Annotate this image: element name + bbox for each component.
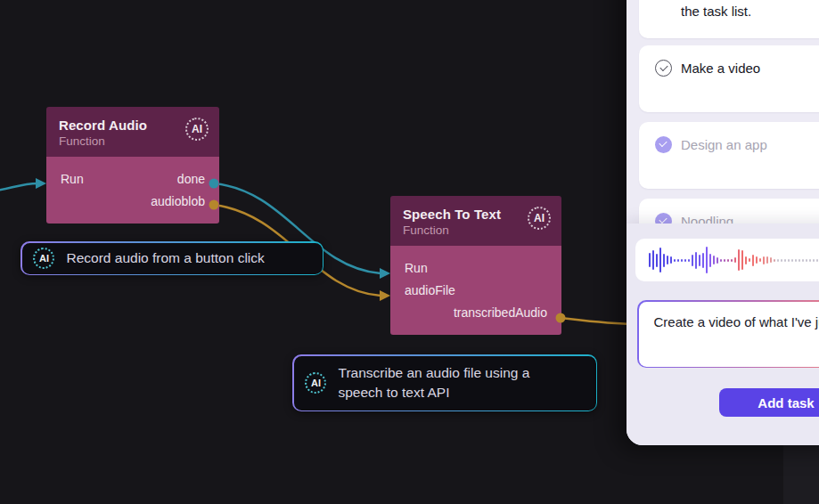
ai-caption-speech-to-text[interactable]: AI Transcribe an audio file using a spee… bbox=[292, 354, 597, 411]
waveform-bar bbox=[813, 259, 815, 262]
arrowhead-audiofile bbox=[380, 290, 390, 301]
checkbox-circle-icon[interactable] bbox=[655, 60, 672, 77]
task-list-panel: the task list. Make a video Design an ap… bbox=[627, 0, 819, 445]
waveform-bar bbox=[738, 249, 740, 271]
node-record-audio-header[interactable]: Record Audio Function AI bbox=[46, 107, 219, 157]
output-port-done[interactable]: done bbox=[177, 172, 205, 186]
waveform-bar bbox=[695, 252, 697, 269]
waveform-bar bbox=[692, 255, 693, 266]
waveform-bar bbox=[795, 259, 797, 262]
input-port-audiofile[interactable]: audioFile bbox=[405, 283, 455, 297]
waveform-bar bbox=[699, 255, 700, 266]
audio-waveform bbox=[635, 239, 819, 281]
flow-editor-canvas: { "colors": { "canvas_bg": "#161519", "n… bbox=[0, 0, 819, 504]
wire-incoming-run bbox=[0, 183, 37, 191]
waveform-bar bbox=[688, 259, 690, 262]
waveform-bar bbox=[745, 256, 747, 264]
caption-text: Transcribe an audio file using a speech … bbox=[339, 363, 572, 402]
caption-text: Record audio from a button click bbox=[67, 248, 265, 268]
waveform-bar bbox=[717, 257, 718, 264]
task-card-wrapped[interactable]: the task list. bbox=[639, 0, 819, 38]
waveform-bar bbox=[677, 259, 679, 262]
waveform-bar bbox=[709, 254, 711, 267]
waveform-bar bbox=[734, 257, 736, 263]
waveform-bar bbox=[784, 259, 786, 262]
task-card-make-a-video[interactable]: Make a video bbox=[639, 45, 819, 112]
waveform-bar bbox=[809, 259, 811, 262]
waveform-bar bbox=[670, 256, 672, 264]
waveform-bar bbox=[727, 259, 729, 262]
waveform-bar bbox=[770, 257, 772, 263]
waveform-bar bbox=[656, 254, 658, 267]
waveform-bar bbox=[702, 253, 704, 268]
task-label: Design an app bbox=[681, 137, 767, 152]
waveform-bar bbox=[802, 259, 804, 262]
node-speech-to-text-header[interactable]: Speech To Text Function AI bbox=[390, 196, 561, 246]
waveform-bar bbox=[756, 256, 758, 264]
waveform-bar bbox=[667, 256, 668, 264]
ai-icon: AI bbox=[302, 370, 327, 395]
node-speech-to-text-body: Run audioFile transcribedAudio bbox=[390, 246, 561, 335]
output-port-transcribedaudio[interactable]: transcribedAudio bbox=[454, 305, 547, 320]
node-subtitle: Function bbox=[403, 224, 549, 237]
arrowhead-run-mid bbox=[380, 268, 390, 279]
arrowhead-run-in bbox=[36, 178, 46, 189]
waveform-bar bbox=[781, 259, 782, 262]
add-task-button[interactable]: Add task bbox=[719, 388, 819, 417]
node-subtitle: Function bbox=[59, 134, 207, 148]
task-input-border bbox=[637, 300, 819, 368]
task-card-design-an-app[interactable]: Design an app bbox=[639, 122, 819, 189]
waveform-bar bbox=[788, 259, 790, 262]
waveform-bar bbox=[806, 259, 807, 262]
ai-icon: AI bbox=[30, 246, 55, 271]
node-record-audio[interactable]: Record Audio Function AI Run done audiob… bbox=[46, 107, 219, 224]
wire-transcribedaudio-out bbox=[561, 318, 631, 324]
waveform-bar bbox=[724, 259, 725, 262]
waveform-bar bbox=[759, 258, 761, 262]
waveform-bar bbox=[774, 259, 775, 262]
waveform-bar bbox=[791, 259, 793, 262]
output-port-audioblob[interactable]: audioblob bbox=[151, 194, 205, 208]
task-label: Make a video bbox=[681, 61, 760, 76]
task-label: the task list. bbox=[681, 4, 819, 19]
ai-caption-record-audio[interactable]: AI Record audio from a button click bbox=[20, 241, 324, 275]
waveform-bar bbox=[659, 248, 661, 272]
waveform-bar bbox=[713, 256, 715, 264]
node-record-audio-body: Run done audioblob bbox=[46, 157, 219, 224]
waveform-bar bbox=[749, 258, 750, 262]
waveform-bar bbox=[766, 256, 768, 264]
waveform-bar bbox=[799, 259, 800, 262]
background-strip bbox=[783, 443, 819, 504]
task-input[interactable] bbox=[639, 302, 819, 367]
waveform-bar bbox=[763, 256, 765, 264]
waveform-bar bbox=[731, 259, 733, 262]
waveform-bar bbox=[663, 254, 665, 267]
waveform-bar bbox=[681, 259, 683, 262]
waveform-bar bbox=[649, 253, 651, 267]
input-port-run[interactable]: Run bbox=[405, 261, 428, 275]
input-port-run[interactable]: Run bbox=[61, 172, 84, 186]
waveform-bar bbox=[706, 247, 708, 273]
checkbox-checked-icon[interactable] bbox=[655, 136, 672, 153]
waveform-bar bbox=[777, 259, 779, 262]
waveform-bar bbox=[684, 259, 686, 262]
waveform-bar bbox=[674, 259, 676, 262]
waveform-bar bbox=[816, 259, 818, 262]
waveform-bar bbox=[720, 259, 722, 262]
waveform-bar bbox=[741, 250, 743, 270]
waveform-bar bbox=[652, 250, 654, 270]
waveform-bar bbox=[752, 255, 754, 266]
new-task-section: Add task bbox=[627, 224, 819, 445]
node-speech-to-text[interactable]: Speech To Text Function AI Run audioFile… bbox=[390, 196, 561, 335]
